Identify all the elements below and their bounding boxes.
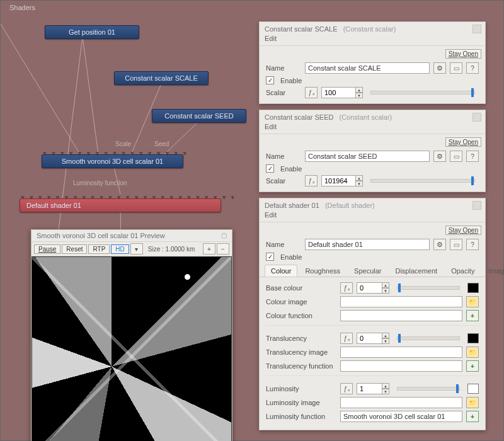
tab-images[interactable]: Images	[482, 265, 504, 277]
scalar-input[interactable]	[321, 87, 355, 98]
plus-icon[interactable]	[466, 360, 479, 372]
pause-button[interactable]: Pause	[34, 244, 60, 254]
port-label-scale: Scale	[115, 140, 131, 147]
name-field[interactable]	[305, 239, 430, 250]
preview-close-icon[interactable]: ▢	[221, 232, 227, 239]
enable-label: Enable	[280, 253, 302, 261]
translucency-function-field[interactable]	[340, 360, 462, 372]
stay-open-button[interactable]: Stay Open	[445, 137, 481, 147]
fx-icon[interactable]	[340, 333, 353, 344]
help-icon[interactable]	[466, 151, 479, 162]
enable-checkbox[interactable]	[266, 253, 274, 261]
stay-open-button[interactable]: Stay Open	[445, 49, 481, 59]
colour-swatch[interactable]	[467, 283, 479, 293]
folder-icon[interactable]	[466, 346, 479, 358]
panel-default-shader[interactable]: Default shader 01 (Default shader) Edit …	[259, 198, 486, 430]
fx-icon[interactable]	[340, 282, 353, 294]
node-get-position[interactable]: Get position 01	[45, 25, 139, 39]
luminosity-slider[interactable]	[397, 387, 460, 391]
scalar-label: Scalar	[266, 177, 301, 185]
fx-icon[interactable]	[305, 87, 318, 98]
enable-label: Enable	[280, 77, 302, 84]
help-icon[interactable]	[466, 62, 479, 74]
folder-icon[interactable]	[466, 397, 479, 408]
colour-swatch[interactable]	[467, 333, 479, 343]
edit-menu[interactable]: Edit	[260, 211, 485, 220]
port-label-seed: Seed	[154, 140, 169, 147]
fx-icon[interactable]	[305, 175, 318, 186]
node-constant-scale[interactable]: Constant scalar SCALE	[114, 71, 209, 85]
base-colour-spinner[interactable]: ▲▼	[357, 282, 389, 294]
translucency-image-field[interactable]	[340, 346, 462, 358]
colour-image-field[interactable]	[340, 296, 462, 307]
close-icon[interactable]	[472, 201, 481, 210]
settings-icon[interactable]	[433, 62, 446, 74]
zoom-in-icon[interactable]: +	[203, 243, 215, 255]
shader-tabs[interactable]: Colour Roughness Specular Displacement O…	[260, 265, 485, 277]
node-constant-seed[interactable]: Constant scalar SEED	[152, 109, 246, 123]
plus-icon[interactable]	[466, 411, 479, 422]
preview-window[interactable]: Smooth voronoi 3D cell scalar 01 Preview…	[31, 229, 232, 441]
edit-menu[interactable]: Edit	[260, 123, 485, 132]
window-icon[interactable]	[450, 239, 462, 250]
luminosity-function-label: Luminosity function	[266, 413, 336, 420]
luminosity-image-field[interactable]	[340, 397, 462, 408]
help-icon[interactable]	[466, 239, 479, 250]
panel-constant-scale[interactable]: Constant scalar SCALE (Constant scalar) …	[259, 21, 486, 104]
settings-icon[interactable]	[433, 239, 446, 250]
plus-icon[interactable]	[466, 310, 479, 321]
scalar-spinner[interactable]: ▲▼	[321, 175, 363, 186]
luminosity-function-field[interactable]	[340, 411, 462, 422]
name-label: Name	[266, 64, 301, 72]
close-icon[interactable]	[472, 113, 481, 122]
enable-checkbox[interactable]	[266, 76, 274, 84]
fx-icon[interactable]	[340, 383, 353, 394]
translucency-function-label: Translucency function	[266, 362, 336, 370]
settings-icon[interactable]	[433, 151, 446, 162]
translucency-slider[interactable]	[397, 336, 460, 340]
zoom-out-icon[interactable]: −	[217, 243, 229, 255]
scalar-slider[interactable]	[370, 91, 475, 94]
name-label: Name	[266, 241, 301, 248]
name-field[interactable]	[305, 62, 430, 74]
name-label: Name	[266, 152, 301, 160]
window-icon[interactable]	[450, 62, 462, 74]
name-field[interactable]	[305, 151, 430, 162]
base-colour-label: Base colour	[266, 284, 336, 292]
base-colour-slider[interactable]	[397, 286, 460, 290]
scalar-spinner[interactable]: ▲▼	[321, 87, 363, 98]
svg-line-5	[114, 167, 120, 194]
close-icon[interactable]	[472, 25, 481, 33]
edit-menu[interactable]: Edit	[260, 35, 485, 43]
node-voronoi[interactable]: Smooth voronoi 3D cell scalar 01	[42, 154, 183, 168]
workspace-tab[interactable]: Shaders	[4, 2, 43, 13]
shader-graph-canvas[interactable]: Shaders ▼▼▼▼▼▼▼▼▼▼▼▼▼▼▼▼▼▼▼▼▼▼▼▼▼▼▼▼▼▼ G…	[0, 0, 504, 441]
scalar-slider[interactable]	[370, 179, 475, 183]
translucency-spinner[interactable]: ▲▼	[357, 333, 389, 344]
folder-icon[interactable]	[466, 296, 479, 307]
svg-line-2	[83, 37, 98, 154]
preview-options-icon[interactable]: ▾	[130, 243, 143, 255]
rtp-button[interactable]: RTP	[88, 244, 110, 254]
preview-image[interactable]	[32, 256, 232, 441]
translucency-label: Translucency	[266, 335, 336, 342]
colour-function-field[interactable]	[340, 310, 462, 321]
enable-checkbox[interactable]	[266, 164, 274, 173]
scalar-input[interactable]	[321, 175, 355, 186]
hd-button[interactable]: HD	[111, 244, 129, 254]
stay-open-button[interactable]: Stay Open	[445, 226, 481, 235]
colour-swatch[interactable]	[467, 384, 479, 394]
colour-function-label: Colour function	[266, 312, 336, 319]
tab-displacement[interactable]: Displacement	[389, 265, 444, 277]
tab-opacity[interactable]: Opacity	[445, 265, 481, 277]
tab-specular[interactable]: Specular	[348, 265, 387, 277]
panel-title: Default shader 01	[265, 202, 319, 209]
tab-roughness[interactable]: Roughness	[299, 265, 346, 277]
node-default-shader[interactable]: Default shader 01	[20, 198, 221, 212]
reset-button[interactable]: Reset	[62, 244, 87, 254]
tab-colour[interactable]: Colour	[265, 265, 297, 277]
preview-size-label: Size : 1.0000 km	[148, 246, 195, 253]
window-icon[interactable]	[450, 151, 462, 162]
panel-constant-seed[interactable]: Constant scalar SEED (Constant scalar) E…	[259, 110, 486, 192]
luminosity-spinner[interactable]: ▲▼	[357, 383, 389, 394]
